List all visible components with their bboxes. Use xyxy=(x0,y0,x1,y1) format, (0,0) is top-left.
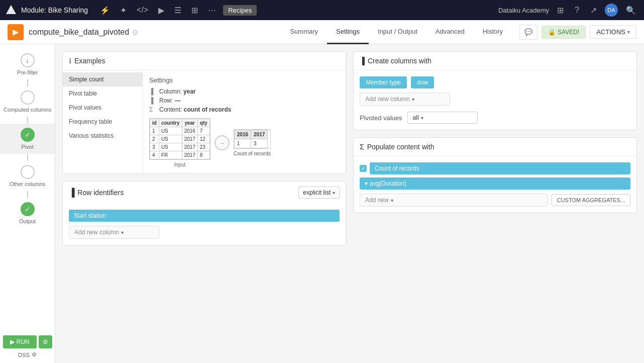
add-new-col-dropdown[interactable]: Add new column ▾ xyxy=(360,93,450,106)
bars-icon: ▐ xyxy=(69,188,74,197)
column-value: year xyxy=(183,88,196,95)
recipe-orange-icon: ▶ xyxy=(8,24,24,40)
example-pivot-table[interactable]: Pivot table xyxy=(63,86,143,101)
sidebar-bottom: ▶ RUN ⚙ DSS ⚙ xyxy=(0,330,55,363)
main-layout: ↓ Pre-filter Computed columns ✓ Pivot Ot… xyxy=(0,44,644,363)
sidebar: ↓ Pre-filter Computed columns ✓ Pivot Ot… xyxy=(0,44,55,363)
app-logo xyxy=(5,4,17,16)
examples-detail: Settings ▐ Column: year ▐ Row: — Σ Conte… xyxy=(143,70,346,173)
pivoted-values-dropdown[interactable]: all ▾ xyxy=(407,112,478,124)
create-cols-bars-icon: ▐ xyxy=(360,57,365,65)
pivoted-label: Pivoted values xyxy=(360,114,402,122)
row-id-body: Start station Add new column ▾ xyxy=(63,204,346,245)
sidebar-item-other[interactable]: Other columns xyxy=(0,161,55,191)
saved-label: SAVED! xyxy=(558,29,579,36)
play-run-icon: ▶ xyxy=(10,338,15,345)
add-new-dropdown[interactable]: Add new ▾ xyxy=(360,194,548,207)
create-cols-header: ▐ Create columns with xyxy=(354,52,636,70)
saved-button[interactable]: 🔒 SAVED! xyxy=(542,26,586,39)
pivoted-chevron: ▾ xyxy=(421,115,423,121)
search-icon[interactable]: 🔍 xyxy=(623,4,639,17)
tab-advanced[interactable]: Advanced xyxy=(426,20,474,44)
start-station-tag[interactable]: Start station xyxy=(69,210,340,222)
tab-settings[interactable]: Settings xyxy=(327,20,369,44)
recipes-button[interactable]: Recipes xyxy=(223,5,257,16)
tab-history[interactable]: History xyxy=(474,20,512,44)
table-icon[interactable]: ☰ xyxy=(171,4,184,17)
example-simple-count[interactable]: Simple count xyxy=(63,72,143,86)
add-new-text: Add new xyxy=(365,197,389,204)
top-bar: Module: Bike Sharing ⚡ ✦ </> ▶ ☰ ⊞ ⋯ Rec… xyxy=(0,0,644,20)
dataiku-label: Dataiku Academy xyxy=(498,7,549,14)
sidebar-item-output[interactable]: ✓ Output xyxy=(0,198,55,228)
grid2-icon[interactable]: ⊞ xyxy=(554,4,567,17)
avg-duration-tag[interactable]: ▾ avg(Duration) xyxy=(360,177,630,190)
example-freq-table[interactable]: Frequency table xyxy=(63,115,143,129)
recipe-name: compute_bike_data_pivoted xyxy=(29,28,129,37)
row-id-label: Row identifiers xyxy=(77,189,124,197)
count-of-records-tag[interactable]: Count of records xyxy=(370,162,630,174)
settings-row-row: ▐ Row: — xyxy=(149,97,340,104)
top-right-icons: Dataiku Academy ⊞ ? ↗ DA 🔍 xyxy=(498,4,639,17)
settings-row-column: ▐ Column: year xyxy=(149,88,340,95)
lightning-icon[interactable]: ⚡ xyxy=(97,4,113,17)
example-various-stats[interactable]: Various statistics xyxy=(63,129,143,143)
example-pivot-values[interactable]: Pivot values xyxy=(63,101,143,115)
other-circle xyxy=(21,165,35,179)
code-icon[interactable]: </> xyxy=(134,4,151,17)
play-icon[interactable]: ▶ xyxy=(155,4,167,17)
left-panel: ℹ Examples Simple count Pivot table Pivo… xyxy=(62,51,346,356)
right-actions: 💬 🔒 SAVED! ACTIONS ▾ xyxy=(519,25,636,40)
dropdown-chevron: ▾ xyxy=(333,190,335,196)
run-label: RUN xyxy=(17,338,30,345)
run-button[interactable]: ▶ RUN xyxy=(3,335,37,348)
grid-icon[interactable]: ⊞ xyxy=(188,4,201,17)
add-column-dropdown[interactable]: Add new column ▾ xyxy=(69,226,159,239)
star-icon[interactable]: ✦ xyxy=(117,4,130,17)
run-gear-button[interactable]: ⚙ xyxy=(39,335,52,348)
count-label: Count of records xyxy=(234,151,271,156)
create-cols-body: Member type dow Add new column ▾ Pivoted… xyxy=(354,70,636,130)
prefilter-circle: ↓ xyxy=(21,53,35,67)
member-type-tag[interactable]: Member type xyxy=(360,76,407,88)
populate-item-avg: ▾ avg(Duration) xyxy=(360,177,630,190)
explicit-list-dropdown[interactable]: explicit list ▾ xyxy=(298,187,340,199)
sidebar-item-pivot[interactable]: ✓ Pivot xyxy=(0,124,55,154)
tab-bar: Summary Settings Input / Output Advanced… xyxy=(281,20,512,44)
populate-title: Populate content with xyxy=(367,143,435,151)
actions-button[interactable]: ACTIONS ▾ xyxy=(590,25,636,39)
avatar: DA xyxy=(605,4,618,17)
dow-tag[interactable]: dow xyxy=(411,76,434,88)
examples-info-icon: ℹ xyxy=(69,57,71,65)
add-col-row: Add new column ▾ xyxy=(360,93,630,106)
connector-4 xyxy=(27,191,28,198)
prefilter-label: Pre-filter xyxy=(17,69,38,75)
examples-title: Examples xyxy=(74,57,105,65)
sigma-populate-icon: Σ xyxy=(360,143,364,151)
comment-button[interactable]: 💬 xyxy=(519,25,538,40)
sidebar-item-computed[interactable]: Computed columns xyxy=(0,86,55,117)
more-icon[interactable]: ⋯ xyxy=(205,4,219,17)
computed-label: Computed columns xyxy=(4,107,51,113)
count-checkbox[interactable]: ✓ xyxy=(360,165,367,172)
content-value: count of records xyxy=(184,106,232,113)
column-icon: ▐ xyxy=(149,88,156,95)
avg-arrow-icon: ▾ xyxy=(365,180,368,187)
populate-body: ✓ Count of records ▾ avg(Duration) Add n… xyxy=(354,156,636,213)
tab-summary[interactable]: Summary xyxy=(281,20,327,44)
add-new-chevron: ▾ xyxy=(391,198,393,203)
chart-icon[interactable]: ↗ xyxy=(587,4,600,17)
connector-1 xyxy=(27,79,28,86)
input-table-container: idcountryyearqty 1US20167 2US201712 3US2… xyxy=(149,118,210,167)
pivoted-value: all xyxy=(413,114,419,121)
examples-body: Simple count Pivot table Pivot values Fr… xyxy=(63,70,346,173)
custom-aggregates-button[interactable]: CUSTOM AGGREGATES... xyxy=(552,194,630,206)
help-icon[interactable]: ? xyxy=(572,4,582,17)
gear-run-icon: ⚙ xyxy=(43,338,48,345)
column-label: Column: year xyxy=(159,88,196,95)
sidebar-item-prefilter[interactable]: ↓ Pre-filter xyxy=(0,49,55,79)
add-new-row: Add new ▾ CUSTOM AGGREGATES... xyxy=(360,194,630,207)
transform-arrow: → xyxy=(214,135,230,150)
populate-content-card: Σ Populate content with ✓ Count of recor… xyxy=(353,137,637,213)
tab-input-output[interactable]: Input / Output xyxy=(369,20,426,44)
